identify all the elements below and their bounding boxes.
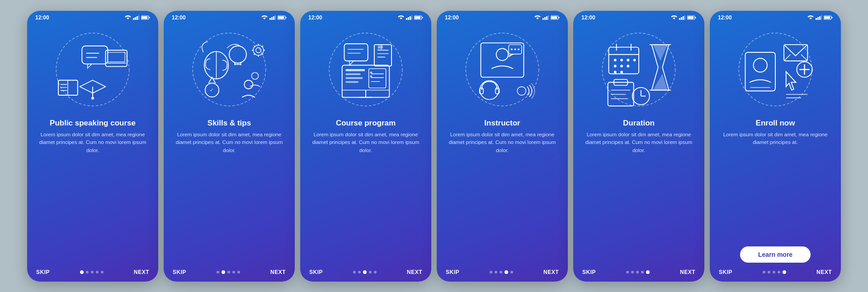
svg-rect-109: [688, 16, 693, 19]
screen-title-6: Enroll now: [747, 115, 804, 131]
screen-instructor: 12:00: [437, 11, 568, 282]
svg-rect-23: [269, 18, 271, 20]
dot-1-1: [86, 271, 89, 273]
svg-line-48: [262, 53, 263, 55]
svg-rect-53: [410, 16, 411, 20]
svg-rect-22: [108, 52, 125, 62]
skip-button-4[interactable]: SKIP: [446, 269, 459, 275]
screen-body-1: Lorem ipsum dolor sit dim amet, mea regi…: [27, 131, 158, 264]
dot-6-3: [778, 271, 780, 273]
svg-line-147: [801, 54, 807, 60]
svg-point-99: [480, 80, 499, 99]
icon-enroll: [730, 24, 821, 115]
screen-skills: 12:00: [164, 11, 295, 282]
dot-4-4: [510, 271, 513, 273]
dot-1-2: [91, 271, 94, 273]
learn-more-button[interactable]: Learn more: [740, 246, 811, 263]
screen-course-program: 12:00: [300, 11, 431, 282]
nav-bar-2: SKIP NEXT: [164, 264, 295, 282]
skip-button-3[interactable]: SKIP: [309, 269, 323, 275]
screen-title-5: Duration: [614, 115, 664, 131]
svg-rect-137: [821, 15, 822, 20]
svg-rect-103: [679, 18, 680, 20]
svg-point-39: [244, 80, 253, 88]
svg-rect-1: [135, 17, 136, 20]
svg-rect-106: [684, 15, 685, 20]
svg-rect-135: [817, 17, 819, 20]
svg-point-118: [633, 59, 636, 61]
screen-body-2: Lorem ipsum dolor sit dim amet, mea regi…: [164, 131, 295, 264]
status-time-1: 12:00: [35, 14, 49, 21]
dot-6-0: [763, 271, 765, 273]
svg-rect-67: [369, 69, 386, 88]
next-button-3[interactable]: NEXT: [407, 269, 422, 275]
battery-icon-3: [414, 15, 423, 20]
dot-4-3: [505, 270, 508, 274]
wifi-icon-5: [671, 15, 677, 20]
svg-line-47: [254, 46, 255, 47]
wifi-icon-4: [534, 15, 541, 20]
svg-rect-57: [415, 16, 420, 19]
nav-bar-3: SKIP NEXT: [300, 264, 431, 282]
dots-1: [80, 270, 104, 274]
dots-4: [490, 270, 513, 274]
svg-rect-90: [551, 16, 557, 19]
status-bar-4: 12:00: [437, 11, 568, 23]
status-bar-3: 12:00: [300, 11, 431, 23]
screen-body-3: Lorem ipsum dolor sit dim amet, mea regi…: [300, 131, 431, 264]
dot-2-2: [227, 271, 230, 273]
next-button-5[interactable]: NEXT: [680, 269, 695, 275]
wifi-icon-2: [261, 15, 268, 20]
svg-rect-89: [559, 17, 560, 18]
svg-rect-64: [345, 73, 360, 75]
next-button-6[interactable]: NEXT: [816, 269, 832, 275]
svg-rect-140: [824, 16, 830, 19]
dot-3-3: [369, 271, 372, 273]
svg-marker-98: [509, 54, 513, 56]
svg-line-50: [254, 53, 255, 55]
svg-rect-56: [422, 17, 423, 18]
skip-button-5[interactable]: SKIP: [582, 269, 596, 275]
dot-2-0: [217, 271, 219, 273]
status-bar-1: 12:00: [27, 11, 158, 23]
dot-3-2: [363, 270, 367, 274]
dot-4-2: [500, 271, 502, 273]
next-button-1[interactable]: NEXT: [134, 269, 149, 275]
svg-line-49: [262, 46, 263, 47]
skip-button-6[interactable]: SKIP: [719, 269, 732, 275]
svg-text:✓: ✓: [210, 88, 213, 93]
svg-rect-73: [344, 44, 368, 61]
dot-1-3: [96, 271, 99, 273]
status-bar-2: 12:00: [164, 11, 295, 23]
svg-rect-139: [832, 17, 833, 18]
status-time-6: 12:00: [718, 14, 732, 21]
svg-point-121: [627, 65, 629, 67]
dot-3-4: [374, 271, 377, 273]
svg-rect-105: [683, 16, 684, 20]
dot-4-0: [490, 271, 492, 273]
dot-6-1: [768, 271, 770, 273]
screens-container: 12:00: [18, 2, 850, 291]
skip-button-2[interactable]: SKIP: [173, 269, 186, 275]
svg-point-97: [518, 48, 519, 50]
status-time-5: 12:00: [581, 14, 595, 21]
dot-1-4: [101, 271, 104, 273]
icon-instructor: [457, 24, 547, 115]
next-button-4[interactable]: NEXT: [543, 269, 559, 275]
skip-button-1[interactable]: SKIP: [36, 269, 50, 275]
svg-rect-86: [546, 16, 547, 20]
dot-5-4: [646, 270, 650, 274]
dot-2-1: [222, 270, 225, 274]
svg-rect-24: [271, 17, 273, 20]
signal-icon-2: [269, 15, 276, 20]
next-button-2[interactable]: NEXT: [270, 269, 286, 275]
battery-icon-2: [278, 15, 287, 20]
svg-point-93: [496, 48, 509, 60]
svg-rect-134: [816, 18, 817, 20]
screen-title-4: Instructor: [475, 115, 529, 131]
dot-4-1: [495, 271, 497, 273]
dot-3-0: [353, 271, 356, 273]
svg-point-117: [627, 59, 629, 61]
dot-6-4: [783, 270, 786, 274]
icon-duration: [594, 24, 684, 115]
